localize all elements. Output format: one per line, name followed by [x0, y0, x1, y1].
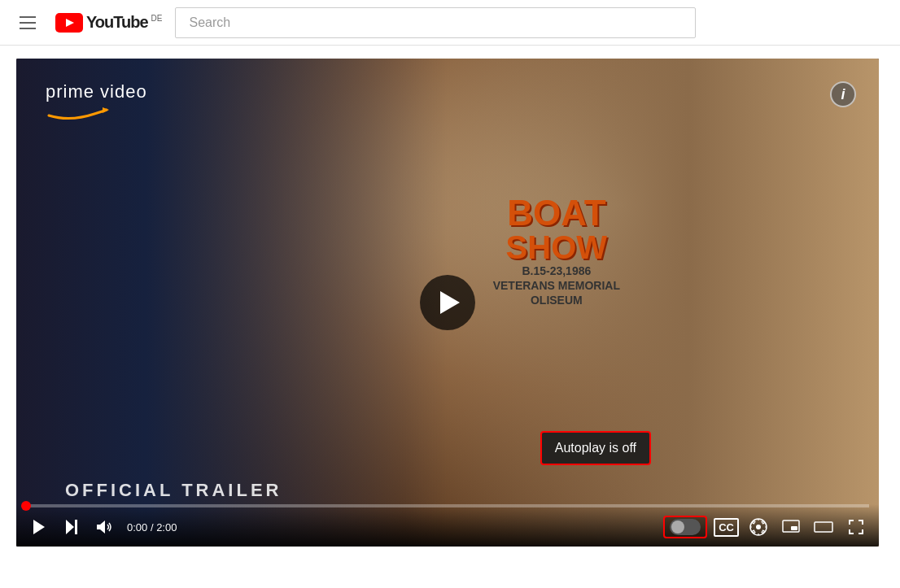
svg-point-7: [756, 525, 761, 529]
cc-label: CC: [719, 521, 734, 534]
fullscreen-button[interactable]: [843, 514, 869, 540]
show-text: SHOW: [493, 231, 620, 264]
youtube-country: DE: [151, 14, 163, 23]
left-character-area: [16, 59, 448, 547]
fullscreen-icon: [846, 517, 866, 537]
toggle-thumb: [671, 520, 684, 534]
autoplay-tooltip: Autoplay is off: [540, 431, 651, 465]
controls-bar: 0:00 / 2:00 CC: [16, 504, 879, 547]
settings-icon: [749, 517, 768, 537]
miniplayer-icon: [781, 517, 801, 537]
svg-rect-9: [791, 526, 797, 530]
svg-marker-2: [103, 107, 109, 113]
svg-marker-4: [66, 520, 74, 534]
volume-icon: [94, 517, 114, 537]
prime-video-badge: prime video: [46, 81, 147, 125]
settings-button[interactable]: [745, 514, 771, 540]
main-content: prime video BOAT SHOW B.15-23,1986VETERA…: [0, 46, 900, 560]
play-pause-button[interactable]: [26, 514, 52, 540]
play-pause-icon: [29, 517, 49, 537]
video-player[interactable]: prime video BOAT SHOW B.15-23,1986VETERA…: [16, 59, 879, 547]
controls-row: 0:00 / 2:00 CC: [26, 514, 869, 540]
youtube-logo[interactable]: YouTube DE: [55, 13, 162, 33]
play-button[interactable]: [420, 275, 475, 330]
youtube-wordmark: YouTube: [86, 13, 148, 32]
autoplay-toggle[interactable]: [663, 516, 707, 538]
miniplayer-button[interactable]: [778, 514, 804, 540]
skip-next-icon: [62, 517, 81, 537]
cc-button[interactable]: CC: [714, 518, 739, 537]
svg-marker-3: [33, 520, 45, 534]
svg-rect-10: [815, 522, 832, 532]
info-button[interactable]: i: [830, 81, 856, 107]
svg-rect-5: [75, 520, 77, 534]
boat-show-poster: BOAT SHOW B.15-23,1986VETERANS MEMORIALO…: [493, 195, 620, 308]
play-icon: [440, 291, 460, 314]
progress-bar[interactable]: [26, 504, 869, 507]
search-input[interactable]: [175, 7, 696, 38]
volume-button[interactable]: [91, 514, 117, 540]
right-character-area: [404, 59, 879, 547]
toggle-track: [670, 519, 701, 535]
boat-text: BOAT: [493, 195, 620, 231]
hamburger-menu[interactable]: [13, 10, 42, 36]
svg-marker-6: [97, 520, 105, 534]
progress-handle[interactable]: [21, 501, 31, 511]
prime-video-text: prime video: [46, 81, 147, 102]
header: YouTube DE: [0, 0, 900, 46]
youtube-icon: [55, 13, 83, 33]
theater-mode-button[interactable]: [810, 514, 837, 540]
theater-mode-icon: [814, 517, 833, 537]
show-details: B.15-23,1986VETERANS MEMORIALOLISEUM: [493, 264, 620, 308]
skip-next-button[interactable]: [59, 514, 85, 540]
header-left: YouTube DE: [13, 10, 162, 36]
time-display: 0:00 / 2:00: [127, 521, 177, 534]
amazon-arrow-icon: [46, 106, 147, 125]
